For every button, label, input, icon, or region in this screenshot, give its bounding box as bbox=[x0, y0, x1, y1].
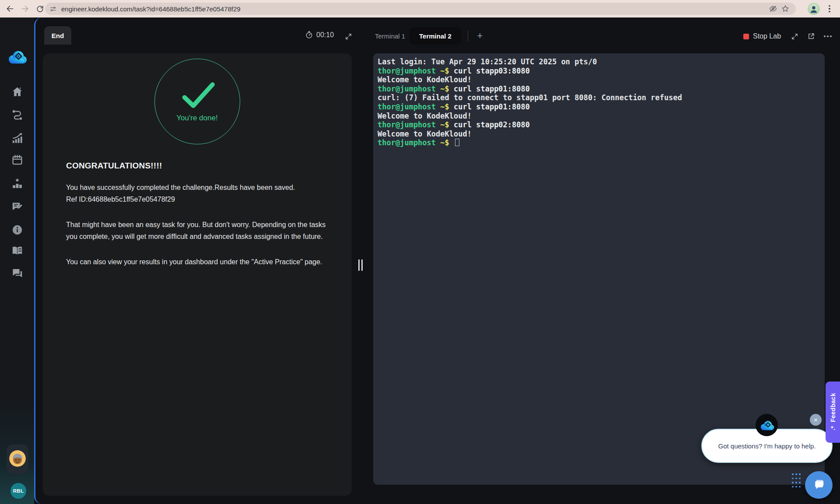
browser-profile-avatar[interactable] bbox=[808, 3, 820, 15]
terminal-line: Welcome to KodeKloud! bbox=[378, 75, 820, 84]
panel-resize-handle[interactable] bbox=[355, 256, 366, 274]
stop-square-icon bbox=[743, 34, 749, 39]
terminal-line: thor@jumphost ~$ curl stapp03:8080 bbox=[378, 66, 820, 76]
back-arrow-icon bbox=[6, 4, 14, 13]
chat-bubble-icon bbox=[812, 479, 826, 492]
person-icon bbox=[809, 4, 818, 14]
terminal-line: thor@jumphost ~$ curl stapp02:8080 bbox=[378, 120, 820, 130]
stop-lab-label: Stop Lab bbox=[753, 32, 781, 40]
terminal-line: curl: (7) Failed to connect to stapp01 p… bbox=[378, 93, 820, 102]
open-book-icon bbox=[11, 245, 23, 256]
rbl-badge[interactable]: RBL bbox=[10, 483, 26, 499]
terminal-text-segment: ~$ bbox=[436, 84, 454, 93]
chat-close-button[interactable]: × bbox=[810, 414, 822, 426]
end-tab[interactable]: End bbox=[44, 26, 71, 45]
terminal-text-segment: Last login: Tue Apr 29 10:25:20 UTC 2025… bbox=[378, 57, 597, 66]
terminal-cursor bbox=[455, 139, 459, 146]
terminal-line: Last login: Tue Apr 29 10:25:20 UTC 2025… bbox=[378, 57, 820, 66]
fullscreen-icon bbox=[345, 33, 352, 40]
sidebar-item-home[interactable] bbox=[11, 86, 23, 98]
forum-icon bbox=[11, 267, 23, 279]
result-paragraph-1: You have successfully completed the chal… bbox=[66, 182, 328, 205]
user-avatar[interactable] bbox=[9, 450, 26, 467]
terminal-line: Welcome to KodeKloud! bbox=[378, 112, 820, 121]
result-panel: You're done! CONGRATULATIONS!!!! You hav… bbox=[43, 53, 352, 496]
terminal-line: thor@jumphost ~$ curl stapp01:8080 bbox=[378, 84, 820, 94]
chat-launcher-button[interactable] bbox=[805, 471, 833, 499]
user-avatar-container bbox=[7, 444, 28, 473]
terminal-text-segment: thor@jumphost bbox=[378, 66, 436, 75]
terminal-line: thor@jumphost ~$ curl stapp01:8080 bbox=[378, 102, 820, 112]
terminal-text-segment: ~$ bbox=[436, 102, 454, 111]
terminal-line: Welcome to KodeKloud! bbox=[378, 130, 820, 139]
bookmark-star-button[interactable] bbox=[779, 3, 791, 15]
result-paragraph-2: That might have been an easy task for yo… bbox=[66, 219, 328, 242]
more-options-button[interactable] bbox=[821, 31, 834, 42]
terminal-text-segment: thor@jumphost bbox=[378, 138, 436, 147]
terminal-text-segment: ~$ bbox=[436, 120, 454, 129]
sparkle-icon bbox=[830, 425, 836, 431]
open-in-new-icon bbox=[807, 32, 815, 40]
growth-chart-icon bbox=[11, 132, 23, 144]
browser-menu-button[interactable] bbox=[825, 4, 834, 14]
sidebar-item-info[interactable] bbox=[11, 224, 23, 236]
browser-chrome: engineer.kodekloud.com/task?id=64688eb5c… bbox=[0, 0, 840, 18]
checkmark-icon bbox=[177, 80, 217, 109]
eye-off-icon bbox=[769, 4, 777, 13]
sidebar-item-community[interactable] bbox=[11, 267, 23, 279]
terminal-text-segment: thor@jumphost bbox=[378, 102, 436, 111]
site-settings-icon bbox=[49, 5, 57, 13]
tab-terminal-2[interactable]: Terminal 2 bbox=[410, 27, 461, 45]
star-icon bbox=[781, 4, 790, 13]
feedback-tab[interactable]: Feedback bbox=[826, 382, 840, 443]
chat-drag-handle[interactable] bbox=[792, 473, 801, 488]
calendar-icon bbox=[11, 154, 23, 166]
url-text: engineer.kodekloud.com/task?id=64688eb5c… bbox=[61, 5, 241, 13]
terminal-text-segment: Welcome to KodeKloud! bbox=[378, 112, 472, 120]
sidebar-item-leaderboard[interactable] bbox=[11, 177, 23, 189]
sidebar-item-docs[interactable] bbox=[11, 245, 23, 256]
task-timer: 00:10 bbox=[305, 31, 334, 39]
congratulations-heading: CONGRATULATIONS!!!! bbox=[66, 161, 328, 171]
browser-forward-button[interactable] bbox=[18, 1, 32, 16]
terminal-text-segment: thor@jumphost bbox=[378, 84, 436, 93]
sidebar-item-learning-path[interactable] bbox=[11, 109, 23, 121]
sidebar-item-calendar[interactable] bbox=[11, 154, 23, 166]
result-paragraph-3: You can also view your results in your d… bbox=[66, 256, 328, 268]
tab-terminal-1[interactable]: Terminal 1 bbox=[369, 27, 411, 45]
chat-edit-icon bbox=[11, 201, 23, 213]
terminal-line: thor@jumphost ~$ bbox=[378, 138, 820, 147]
hide-eye-button[interactable] bbox=[767, 3, 779, 15]
screen: engineer.kodekloud.com/task?id=64688eb5c… bbox=[0, 0, 840, 504]
terminal-text-segment: thor@jumphost bbox=[378, 120, 436, 129]
terminal-text-segment: ~$ bbox=[436, 138, 454, 147]
browser-back-button[interactable] bbox=[3, 1, 18, 16]
tab-divider bbox=[468, 31, 468, 41]
user-avatar-emoji bbox=[9, 450, 26, 467]
expand-left-panel-button[interactable] bbox=[343, 31, 354, 42]
sidebar-item-notes[interactable] bbox=[11, 201, 23, 213]
terminal-text-segment: curl stapp01:8080 bbox=[454, 102, 530, 111]
fullscreen-icon bbox=[791, 33, 798, 40]
kodekloud-cloud-icon bbox=[760, 420, 774, 431]
chat-bot-avatar bbox=[756, 414, 778, 436]
terminal-text-segment: curl stapp03:8080 bbox=[454, 66, 530, 75]
terminal-text-segment: curl: (7) Failed to connect to stapp01 p… bbox=[378, 93, 682, 102]
expand-terminal-button[interactable] bbox=[789, 31, 800, 42]
success-circle: You're done! bbox=[154, 59, 240, 144]
add-terminal-button[interactable]: + bbox=[473, 29, 487, 43]
podium-star-icon bbox=[11, 177, 23, 189]
kodekloud-logo[interactable] bbox=[7, 49, 27, 65]
terminal-text-segment: Welcome to KodeKloud! bbox=[378, 130, 472, 138]
terminal-text-segment: Welcome to KodeKloud! bbox=[378, 75, 472, 84]
stopwatch-icon bbox=[305, 31, 313, 39]
address-bar[interactable]: engineer.kodekloud.com/task?id=64688eb5c… bbox=[45, 3, 796, 15]
sidebar: RBL bbox=[0, 18, 34, 504]
terminal-text-segment: curl stapp02:8080 bbox=[454, 120, 530, 129]
sidebar-item-progress[interactable] bbox=[11, 132, 23, 144]
forward-arrow-icon bbox=[21, 4, 29, 13]
stop-lab-button[interactable]: Stop Lab bbox=[743, 30, 781, 43]
done-text: You're done! bbox=[176, 114, 217, 122]
kodekloud-cloud-icon bbox=[7, 49, 27, 65]
open-in-new-button[interactable] bbox=[805, 31, 817, 42]
